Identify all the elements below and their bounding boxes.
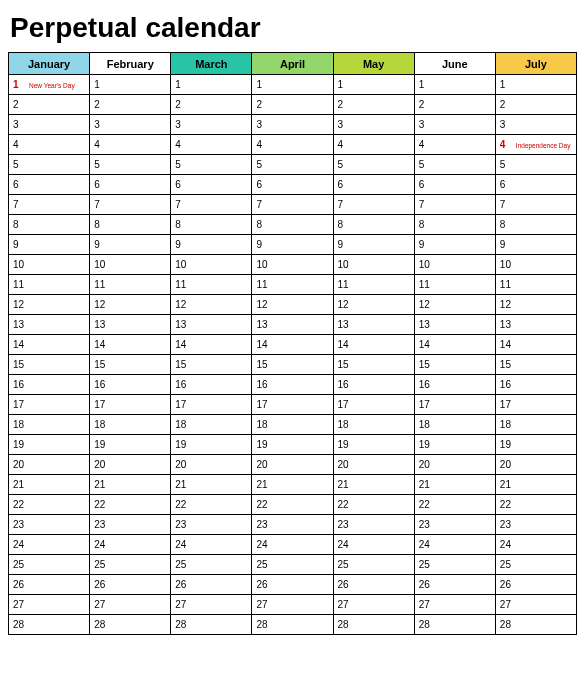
day-number: 21 (175, 479, 189, 490)
holiday-label: Independence Day (516, 142, 571, 149)
day-number: 26 (419, 579, 433, 590)
day-cell: 14 (9, 335, 90, 355)
day-cell: 23 (90, 515, 171, 535)
day-number: 19 (419, 439, 433, 450)
day-cell: 20 (333, 455, 414, 475)
day-cell: 18 (414, 415, 495, 435)
day-number: 21 (338, 479, 352, 490)
day-cell: 1New Year's Day (9, 75, 90, 95)
day-number: 6 (175, 179, 189, 190)
day-number: 8 (500, 219, 514, 230)
day-cell: 25 (171, 555, 252, 575)
day-cell: 1 (90, 75, 171, 95)
day-number: 16 (500, 379, 514, 390)
day-cell: 27 (414, 595, 495, 615)
day-number: 3 (175, 119, 189, 130)
day-number: 17 (256, 399, 270, 410)
day-cell: 25 (9, 555, 90, 575)
day-number: 28 (175, 619, 189, 630)
day-cell: 9 (495, 235, 576, 255)
day-cell: 22 (171, 495, 252, 515)
day-number: 23 (13, 519, 27, 530)
day-cell: 16 (495, 375, 576, 395)
day-cell: 20 (9, 455, 90, 475)
day-cell: 11 (414, 275, 495, 295)
day-cell: 11 (252, 275, 333, 295)
day-cell: 6 (90, 175, 171, 195)
day-number: 2 (94, 99, 108, 110)
day-cell: 12 (414, 295, 495, 315)
day-number: 21 (94, 479, 108, 490)
day-number: 3 (256, 119, 270, 130)
day-number: 21 (256, 479, 270, 490)
day-cell: 23 (252, 515, 333, 535)
day-cell: 6 (252, 175, 333, 195)
day-cell: 7 (414, 195, 495, 215)
day-number: 8 (94, 219, 108, 230)
day-cell: 21 (9, 475, 90, 495)
day-number: 17 (13, 399, 27, 410)
day-number: 2 (338, 99, 352, 110)
day-cell: 19 (414, 435, 495, 455)
day-cell: 4Independence Day (495, 135, 576, 155)
day-number: 27 (256, 599, 270, 610)
day-number: 23 (256, 519, 270, 530)
day-cell: 13 (333, 315, 414, 335)
day-number: 15 (338, 359, 352, 370)
day-number: 16 (13, 379, 27, 390)
day-number: 9 (13, 239, 27, 250)
day-number: 28 (94, 619, 108, 630)
day-number: 1 (13, 79, 27, 90)
day-row: 17171717171717 (9, 395, 577, 415)
day-cell: 10 (9, 255, 90, 275)
day-number: 12 (338, 299, 352, 310)
day-number: 15 (256, 359, 270, 370)
day-cell: 7 (252, 195, 333, 215)
day-number: 12 (94, 299, 108, 310)
day-cell: 8 (495, 215, 576, 235)
day-number: 16 (94, 379, 108, 390)
month-header: April (252, 53, 333, 75)
day-cell: 9 (414, 235, 495, 255)
day-cell: 5 (495, 155, 576, 175)
day-cell: 25 (414, 555, 495, 575)
day-cell: 24 (90, 535, 171, 555)
day-number: 22 (256, 499, 270, 510)
day-number: 21 (500, 479, 514, 490)
day-cell: 15 (90, 355, 171, 375)
day-number: 13 (419, 319, 433, 330)
day-cell: 3 (90, 115, 171, 135)
day-number: 15 (500, 359, 514, 370)
day-cell: 1 (414, 75, 495, 95)
day-number: 27 (419, 599, 433, 610)
day-number: 13 (500, 319, 514, 330)
day-cell: 7 (171, 195, 252, 215)
day-number: 28 (256, 619, 270, 630)
day-cell: 7 (90, 195, 171, 215)
day-number: 14 (338, 339, 352, 350)
day-cell: 22 (9, 495, 90, 515)
day-number: 22 (338, 499, 352, 510)
day-cell: 6 (414, 175, 495, 195)
day-cell: 12 (9, 295, 90, 315)
day-number: 13 (13, 319, 27, 330)
day-cell: 12 (495, 295, 576, 315)
day-cell: 21 (495, 475, 576, 495)
day-row: 11111111111111 (9, 275, 577, 295)
holiday-label: New Year's Day (29, 82, 75, 89)
day-number: 24 (419, 539, 433, 550)
day-number: 7 (94, 199, 108, 210)
day-cell: 4 (414, 135, 495, 155)
day-cell: 26 (414, 575, 495, 595)
day-cell: 6 (171, 175, 252, 195)
day-row: 9999999 (9, 235, 577, 255)
day-cell: 18 (333, 415, 414, 435)
day-number: 10 (256, 259, 270, 270)
day-row: 25252525252525 (9, 555, 577, 575)
day-number: 7 (256, 199, 270, 210)
day-cell: 28 (333, 615, 414, 635)
day-row: 26262626262626 (9, 575, 577, 595)
day-cell: 5 (9, 155, 90, 175)
day-cell: 27 (9, 595, 90, 615)
day-cell: 18 (171, 415, 252, 435)
